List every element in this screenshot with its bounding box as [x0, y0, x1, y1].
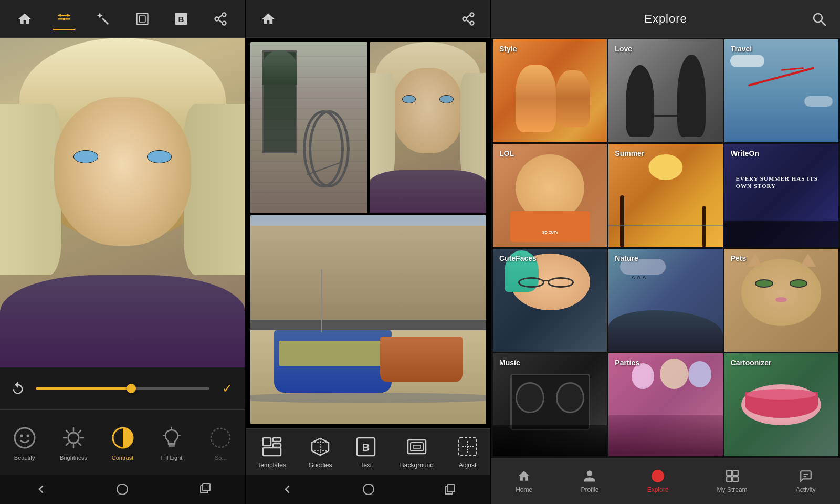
svg-point-16: [26, 434, 29, 437]
svg-line-50: [822, 21, 826, 25]
collage-canvas: [246, 38, 490, 428]
svg-rect-37: [263, 438, 271, 446]
contrast-label: Contrast: [112, 455, 134, 461]
grid-item-parties[interactable]: Parties: [608, 353, 722, 456]
grid-label-pets: Pets: [731, 254, 747, 262]
svg-rect-38: [273, 438, 281, 442]
grid-item-writeon[interactable]: WriteOn Every Summer Has Its Own Story: [724, 144, 838, 247]
bottom-controls: ✓ Beautify: [0, 368, 245, 504]
templates-label: Templates: [257, 461, 286, 469]
share-button[interactable]: [209, 7, 232, 30]
explore-search-button[interactable]: [811, 10, 827, 27]
nav-explore[interactable]: Explore: [639, 465, 677, 498]
soften-tool[interactable]: So...: [196, 420, 245, 465]
home-button[interactable]: [13, 7, 36, 30]
svg-line-25: [66, 443, 69, 445]
nav-activity-label: Activity: [796, 486, 816, 494]
explore-title: Explore: [644, 12, 687, 26]
filllight-tool[interactable]: Fill Light: [147, 420, 196, 465]
svg-line-36: [466, 15, 470, 18]
nav-mystream[interactable]: My Stream: [709, 465, 756, 498]
grid-item-nature[interactable]: ^ ^ ^ Nature: [608, 249, 722, 352]
back-button-1[interactable]: [30, 479, 51, 500]
brightness-label: Brightness: [60, 455, 87, 461]
recent-button-2[interactable]: [439, 479, 460, 500]
nav-mystream-label: My Stream: [717, 486, 748, 494]
magic-button[interactable]: [91, 7, 114, 30]
home-button-android-2[interactable]: [358, 479, 379, 500]
android-nav-bar-1: [0, 475, 245, 504]
recent-button-1[interactable]: [194, 479, 215, 500]
adjust-icon: [456, 435, 479, 458]
frame-button[interactable]: [131, 7, 154, 30]
grid-item-lol[interactable]: SO CUTe LOL: [493, 144, 607, 247]
grid-item-cutefaces[interactable]: CuteFaces: [493, 249, 607, 352]
portrait-image: [0, 38, 245, 368]
back-button-2[interactable]: [277, 479, 298, 500]
svg-rect-40: [263, 448, 281, 456]
contrast-slider[interactable]: [36, 387, 209, 390]
contrast-tool[interactable]: Contrast: [98, 420, 147, 465]
tools-row: Beautify Brig: [0, 410, 245, 475]
svg-rect-57: [727, 470, 732, 476]
grid-item-cartoonizer[interactable]: Cartoonizer: [724, 353, 838, 456]
home-button-android-1[interactable]: [112, 479, 133, 500]
nav-profile-icon: [582, 469, 597, 484]
nav-activity[interactable]: Activity: [788, 465, 824, 498]
svg-line-13: [218, 15, 223, 18]
grid-label-cutefaces: CuteFaces: [499, 254, 537, 262]
text-tool-icon: B: [354, 435, 377, 458]
adjust-button[interactable]: [52, 7, 76, 30]
svg-point-17: [68, 433, 79, 443]
svg-rect-8: [136, 13, 148, 24]
collage-share-button[interactable]: [457, 7, 480, 30]
svg-line-24: [79, 430, 81, 433]
svg-text:B: B: [362, 442, 370, 453]
svg-rect-59: [727, 477, 732, 482]
adjust-tool[interactable]: Adjust: [456, 435, 479, 469]
beautify-tool[interactable]: Beautify: [0, 420, 49, 465]
background-tool[interactable]: Background: [400, 435, 434, 469]
editor-toolbar: B: [0, 0, 245, 38]
slider-thumb[interactable]: [127, 384, 136, 393]
svg-text:B: B: [178, 14, 184, 23]
nav-profile[interactable]: Profile: [572, 465, 607, 498]
text-tool[interactable]: B Text: [354, 435, 377, 469]
confirm-button[interactable]: ✓: [218, 379, 237, 398]
explore-grid: Style Love Travel: [491, 38, 840, 458]
grid-item-love[interactable]: Love: [608, 39, 722, 142]
svg-line-23: [79, 443, 81, 445]
svg-rect-45: [413, 445, 421, 448]
collage-boats-img: [250, 215, 486, 424]
grid-item-summer[interactable]: Summer: [608, 144, 722, 247]
templates-tool[interactable]: Templates: [257, 435, 286, 469]
nav-home[interactable]: Home: [507, 465, 541, 498]
svg-line-7: [103, 19, 108, 24]
grid-item-pets[interactable]: Pets: [724, 249, 838, 352]
goodies-tool[interactable]: Goodies: [309, 435, 332, 469]
collage-cell-bike[interactable]: [250, 42, 368, 213]
photo-canvas: [0, 38, 245, 368]
brightness-tool[interactable]: Brightness: [49, 420, 98, 465]
soften-icon: [207, 424, 234, 452]
collage-toolbar: [246, 0, 490, 38]
grid-item-music[interactable]: Music: [493, 353, 607, 456]
panel-explore: Explore Style Love: [490, 0, 840, 504]
contrast-icon: [109, 424, 136, 452]
nav-explore-label: Explore: [647, 486, 669, 494]
svg-point-14: [15, 428, 35, 448]
beautify-icon: [11, 424, 38, 452]
collage-cell-portrait[interactable]: [370, 42, 487, 213]
grid-item-style[interactable]: Style: [493, 39, 607, 142]
background-label: Background: [400, 461, 434, 469]
brightness-icon: [60, 424, 87, 452]
undo-button[interactable]: [8, 379, 27, 398]
collage-home-button[interactable]: [257, 7, 280, 30]
grid-label-nature: Nature: [615, 254, 638, 262]
panel-photo-editor: B: [0, 0, 245, 504]
explore-header: Explore: [491, 0, 840, 38]
svg-rect-58: [733, 470, 738, 476]
collage-cell-boats[interactable]: [250, 215, 486, 424]
text-overlay-button[interactable]: B: [170, 7, 193, 30]
grid-item-travel[interactable]: Travel: [724, 39, 838, 142]
